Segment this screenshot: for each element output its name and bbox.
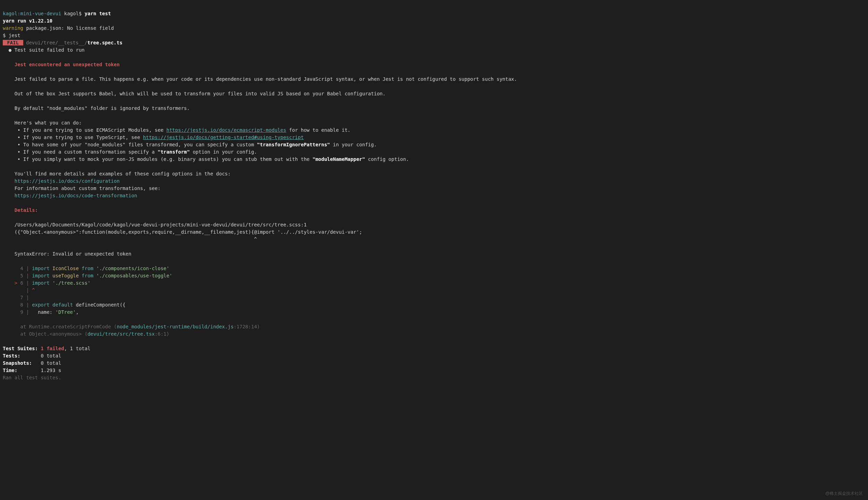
summary-suites: Test Suites: 1 failed, 1 total	[3, 346, 90, 351]
docs-custom: For information about custom transformat…	[3, 186, 160, 191]
jest-cmd: $ jest	[3, 33, 20, 38]
code-line-6-caret: | ^	[3, 287, 35, 293]
stack-2: at Object.<anonymous> (devui/tree/src/tr…	[3, 331, 169, 337]
summary-tests: Tests: 0 total	[3, 353, 61, 359]
command: yarn test	[85, 11, 111, 16]
stack-1: at Runtime.createScriptFromCode (node_mo…	[3, 324, 260, 329]
code-line-5: 5 | import useToggle from './composables…	[3, 273, 172, 278]
link-typescript[interactable]: https://jestjs.io/docs/getting-started#u…	[143, 135, 304, 140]
warning-msg: package.json: No license field	[23, 25, 114, 31]
warning-label: warning	[3, 25, 23, 31]
syntax-error: SyntaxError: Invalid or unexpected token	[3, 251, 131, 257]
details-label: Details:	[3, 207, 38, 213]
bullet-5: • If you simply want to mock your non-JS…	[3, 156, 409, 162]
bullet-3: • To have some of your "node_modules" fi…	[3, 142, 377, 147]
summary-snapshots: Snapshots: 0 total	[3, 360, 61, 366]
error-obj-line: ({"Object.<anonymous>":function(module,e…	[3, 229, 362, 235]
error-paragraph-3: By default "node_modules" folder is igno…	[3, 105, 190, 111]
error-paragraph-1: Jest failed to parse a file. This happen…	[3, 76, 517, 82]
prompt-line: kagol:mini-vue-devui kagol$ yarn test	[3, 11, 111, 16]
bullet-1: • If you are trying to use ECMAScript Mo…	[3, 127, 350, 133]
code-line-9: 9 | name: 'DTree',	[3, 309, 79, 315]
prompt-path: kagol:mini-vue-devui	[3, 11, 61, 16]
suite-fail-msg: ● Test suite failed to run	[3, 47, 85, 53]
code-line-6: > 6 | import './tree.scss'	[3, 280, 90, 286]
summary-time: Time: 1.293 s	[3, 368, 61, 373]
summary-ran: Ran all test suites.	[3, 375, 61, 380]
bullet-4: • If you need a custom transformation sp…	[3, 149, 257, 155]
code-line-4: 4 | import IconClose from './components/…	[3, 266, 169, 271]
code-line-7: 7 |	[3, 295, 29, 300]
link-ecma[interactable]: https://jestjs.io/docs/ecmascript-module…	[166, 127, 286, 133]
prompt-user: kagol	[64, 11, 79, 16]
error-file: /Users/kagol/Documents/Kagol/code/kagol/…	[3, 222, 307, 227]
fail-line: FAIL devui/tree/__tests__/tree.spec.ts	[3, 40, 122, 45]
docs-intro: You'll find more details and examples of…	[3, 171, 231, 176]
error-title: Jest encountered an unexpected token	[3, 62, 120, 67]
prompt-dollar: $	[79, 11, 81, 16]
code-line-8: 8 | export default defineComponent({	[3, 302, 125, 308]
link-config[interactable]: https://jestjs.io/docs/configuration	[3, 178, 120, 184]
fail-badge: FAIL	[3, 40, 23, 45]
terminal-output: kagol:mini-vue-devui kagol$ yarn test ya…	[3, 3, 865, 381]
error-caret: ^	[3, 236, 257, 242]
heres-what: Here's what you can do:	[3, 120, 82, 126]
error-paragraph-2: Out of the box Jest supports Babel, whic…	[3, 91, 385, 96]
link-transform[interactable]: https://jestjs.io/docs/code-transformati…	[3, 193, 137, 198]
test-path-file: tree.spec.ts	[87, 40, 122, 45]
warning-line: warning package.json: No license field	[3, 25, 114, 31]
test-path-dir: devui/tree/__tests__/	[23, 40, 87, 45]
bullet-2: • If you are trying to use TypeScript, s…	[3, 135, 304, 140]
yarn-run: yarn run v1.22.10	[3, 18, 52, 24]
